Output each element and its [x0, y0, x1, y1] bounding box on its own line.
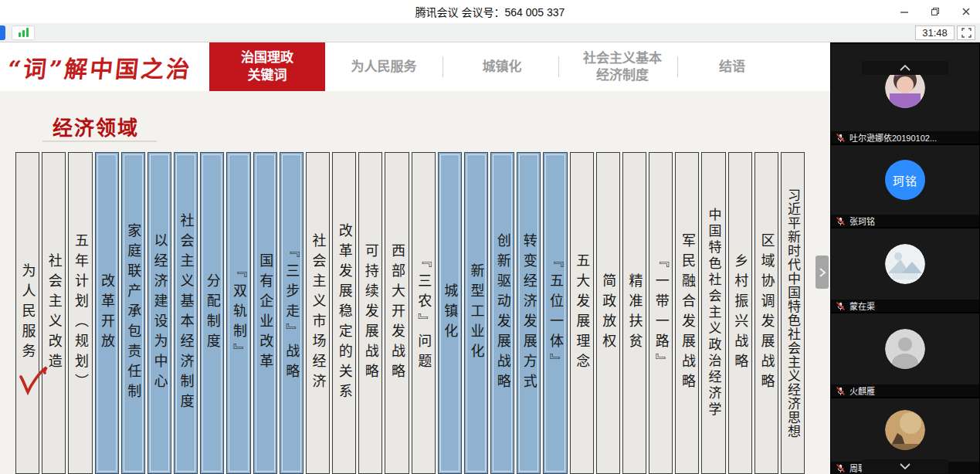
keyword-column: 改革开放 [95, 152, 119, 474]
participant-name: 吐尔逊娜依20190102... [849, 131, 937, 144]
keyword-column: 社会主义基本经济制度 [174, 152, 198, 474]
keyword-label: 家庭联产承包责任制 [126, 223, 140, 404]
network-quality-icon [22, 30, 25, 37]
keyword-label: 『五位一体』 [548, 253, 562, 374]
keyword-column: 家庭联产承包责任制 [121, 152, 145, 474]
keyword-label: 精准扶贫 [628, 273, 642, 354]
restore-button[interactable] [929, 5, 941, 18]
keyword-column: 创新驱动发展战略 [490, 152, 514, 474]
keyword-label: 为人民服务 [21, 263, 35, 364]
chevron-right-icon [819, 267, 826, 278]
keyword-column: 精准扶贫 [622, 152, 646, 474]
screen-share-stage: “词”解中国之治 治国理政 关键词 为人民服务 城镇化 社会主义基本 经济制度 … [0, 42, 830, 474]
participant-name: 火麒雁 [849, 384, 875, 397]
participant-tile[interactable]: 火麒雁 [831, 313, 979, 397]
keyword-column: 为人民服务 [15, 152, 39, 474]
mic-muted-icon [836, 386, 846, 396]
tencent-meeting-window: 腾讯会议 会议号：564 005 337 [0, 0, 980, 474]
tab-divider [443, 56, 443, 77]
network-quality-icon [19, 32, 21, 37]
restore-icon [930, 6, 941, 17]
keyword-column: 五年计划（规划） [68, 152, 92, 474]
keyword-label: 创新驱动发展战略 [496, 233, 510, 394]
mic-muted-icon [836, 216, 846, 226]
tab-shehuizhuyi-jingji[interactable]: 社会主义基本 经济制度 [568, 42, 677, 91]
keyword-column: 西部大开发战略 [385, 152, 409, 474]
keyword-label: 社会主义基本经济制度 [179, 213, 193, 414]
slide-navbar: “词”解中国之治 治国理政 关键词 为人民服务 城镇化 社会主义基本 经济制度 … [0, 42, 830, 91]
tab-jieyu[interactable]: 结语 [689, 42, 775, 91]
keyword-label: 国有企业改革 [258, 253, 272, 374]
fullscreen-button[interactable] [957, 25, 975, 40]
scroll-up-button[interactable] [862, 61, 948, 75]
shield-icon [0, 25, 5, 40]
keyword-label: 可持续发展战略 [364, 243, 378, 384]
keyword-label: 区域协调发展战略 [759, 233, 773, 394]
tab-zhiguo-lizheng-active[interactable]: 治国理政 关键词 [209, 42, 325, 91]
avatar [885, 244, 925, 284]
network-quality-button[interactable] [12, 25, 35, 40]
keyword-column: 『一带一路』 [649, 152, 673, 474]
scroll-down-button[interactable] [862, 459, 948, 473]
keyword-label: 改革发展稳定的关系 [337, 223, 351, 404]
chevron-down-icon [899, 463, 911, 469]
participant-name-bar: 火麒雁 [831, 384, 979, 397]
tab-chengzhenhua[interactable]: 城镇化 [454, 42, 550, 91]
keyword-label: 五大发展理念 [575, 253, 588, 374]
keyword-label: 社会主义市场经济 [310, 233, 324, 394]
keyword-column: 中国特色社会主义政治经济学 [701, 152, 725, 474]
keyword-label: 军民融合发展战略 [680, 233, 694, 394]
keyword-label: 『一带一路』 [654, 253, 668, 374]
minimize-icon [899, 6, 910, 17]
keyword-label: 『双轨制』 [232, 263, 246, 364]
participant-name: 张珂铭 [849, 215, 875, 227]
minimize-button[interactable] [898, 5, 910, 18]
keyword-column: 改革发展稳定的关系 [332, 152, 356, 474]
mic-muted-icon [836, 463, 846, 473]
keyword-column: 城镇化 [438, 152, 462, 474]
meeting-timer: 31:48 [915, 25, 955, 40]
keyword-column: 社会主义改造 [42, 152, 66, 474]
keyword-column: 『双轨制』 [226, 152, 250, 474]
network-quality-icon [26, 28, 29, 37]
timer-value: 31:48 [922, 27, 948, 39]
participant-name: 蒙在渠 [849, 300, 875, 312]
keyword-label: 分配制度 [205, 273, 219, 354]
avatar: 珂铭 [885, 160, 925, 200]
window-controls [898, 0, 972, 23]
tab-divider [558, 56, 559, 77]
fullscreen-icon [961, 28, 972, 38]
participant-tile[interactable]: 吐尔逊娜依20190102... [831, 44, 979, 144]
keyword-columns: 为人民服务社会主义改造五年计划（规划）改革开放家庭联产承包责任制以经济建设为中心… [15, 152, 805, 474]
participants-sidebar: 吐尔逊娜依20190102... 珂铭 张珂铭 [830, 42, 980, 474]
keyword-label: 新型工业化 [470, 263, 483, 364]
close-button[interactable] [960, 5, 972, 18]
keyword-column: 五大发展理念 [570, 152, 594, 474]
participant-tile[interactable]: 蒙在渠 [831, 229, 979, 312]
keyword-column: 国有企业改革 [253, 152, 277, 474]
keyword-column: 社会主义市场经济 [306, 152, 330, 474]
keyword-label: 简政放权 [601, 273, 615, 354]
meeting-toolbar: 31:48 [0, 23, 980, 42]
keyword-column: 区域协调发展战略 [754, 152, 778, 474]
site-logo: “词”解中国之治 [6, 50, 194, 84]
tab-weirenmin-fuwu[interactable]: 为人民服务 [332, 42, 436, 91]
tab-divider [677, 56, 678, 77]
keyword-column: 乡村振兴战略 [728, 152, 752, 474]
titlebar: 腾讯会议 会议号：564 005 337 [0, 0, 980, 23]
section-heading: 经济领域 [53, 112, 139, 141]
window-title: 腾讯会议 会议号：564 005 337 [415, 4, 565, 19]
keyword-label: 城镇化 [443, 283, 456, 344]
participant-tile[interactable]: 珂铭 张珂铭 [831, 145, 979, 227]
keyword-label: 中国特色社会主义政治经济学 [707, 208, 721, 418]
next-slide-button[interactable] [816, 256, 829, 289]
chevron-up-icon [899, 65, 911, 71]
keyword-column: 新型工业化 [464, 152, 488, 474]
keyword-column: 『三步走』战略 [280, 152, 303, 474]
checkmark-annotation [17, 364, 51, 401]
keyword-column: 简政放权 [596, 152, 620, 474]
keyword-label: 转变经济发展方式 [522, 233, 536, 394]
keyword-column: 转变经济发展方式 [517, 152, 541, 474]
keyword-label: 五年计划（规划） [73, 233, 87, 394]
participant-name-bar: 吐尔逊娜依20190102... [831, 131, 979, 144]
